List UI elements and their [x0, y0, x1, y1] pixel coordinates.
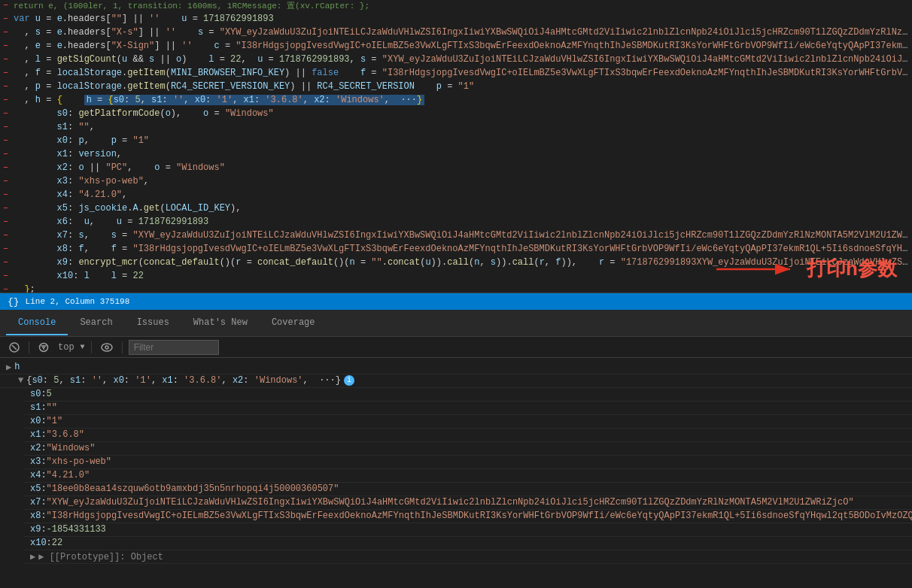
console-prototype-line: ▶ ▶ [[Prototype]]: Object	[24, 550, 912, 564]
console-prop-x5: x5: "18ee0b8eaa14szquw6otb9amxbdj35n5nrh…	[24, 483, 912, 496]
prop-val-x8: "I38rHdgsjopgIvesdVwgIC+oIELmBZ5e3VwXLgF…	[47, 511, 912, 521]
code-line: – , e = e.headers["X-Sign"] || '' c = "I…	[0, 41, 912, 54]
line-minus: –	[3, 81, 14, 92]
prop-key-s1: s1	[30, 402, 41, 413]
prop-val-x3: "xhs-po-web"	[47, 456, 111, 467]
console-prop-x7: x7: "XYW_eyJzaWduU3ZuIjoiNTEiLCJzaWduVHl…	[24, 496, 912, 510]
h-variable: h	[14, 362, 20, 372]
eye-button[interactable]	[98, 341, 116, 353]
expand-arrow-h[interactable]: ▶	[6, 362, 11, 373]
line-minus: –	[3, 27, 14, 38]
filter-input[interactable]	[129, 340, 219, 355]
prop-val-x7: "XYW_eyJzaWduU3ZuIjoiNTEiLCJzaWduVHlwZSI…	[47, 497, 854, 508]
line-minus: –	[3, 41, 14, 51]
context-dropdown-icon[interactable]: ▼	[81, 343, 85, 351]
annotation: 打印h参数	[709, 256, 897, 282]
console-obj-summary-line: ▼ {s0: 5, s1: '', x0: '1', x1: '3.6.8', …	[0, 374, 912, 388]
code-line: – x7: s, s = "XYW_eyJzaWduU3ZuIjoiNTEiLC…	[0, 230, 912, 244]
filter-toggle-button[interactable]	[35, 341, 52, 354]
line-minus: –	[3, 271, 14, 281]
line-col-status: {} Line 2, Column 375198	[8, 296, 129, 308]
code-line: – , l = getSigCount(u && s || o) l = 22,…	[0, 54, 912, 68]
clear-icon	[9, 342, 20, 353]
line-minus: –	[3, 257, 14, 268]
code-line: – };	[0, 284, 912, 293]
console-prop-x2: x2: "Windows"	[24, 442, 912, 456]
line-minus: –	[3, 203, 14, 214]
code-line: – x4: "4.21.0",	[0, 189, 912, 203]
line-minus: –	[3, 230, 14, 241]
line-minus: –	[3, 54, 14, 65]
console-prop-s0: s0: 5	[24, 388, 912, 402]
prop-val-x5: "18ee0b8eaa14szquw6otb9amxbdj35n5nrhopqi…	[47, 483, 339, 494]
tab-console[interactable]: Console	[6, 311, 68, 335]
line-minus: –	[3, 244, 14, 254]
prop-key-x8: x8	[30, 511, 41, 521]
toolbar-separator	[122, 341, 123, 353]
code-line: – x1: version,	[0, 149, 912, 162]
code-line: – s1: "",	[0, 122, 912, 135]
svg-point-8	[102, 344, 112, 351]
expand-arrow-proto[interactable]: ▶	[30, 551, 35, 562]
prop-key-x9: x9	[30, 524, 41, 535]
svg-point-9	[105, 346, 108, 349]
console-prop-x0: x0: "1"	[24, 415, 912, 429]
line-minus: –	[3, 176, 14, 186]
prop-val-s0: 5	[47, 389, 52, 399]
prop-key-x3: x3	[30, 456, 41, 467]
toolbar-separator	[91, 341, 92, 353]
console-prop-x4: x4: "4.21.0"	[24, 469, 912, 483]
line-minus: –	[3, 68, 14, 78]
line-minus: –	[3, 95, 14, 105]
prop-key-x7: x7	[30, 497, 41, 508]
line-minus: –	[3, 217, 14, 227]
prop-val-x2: "Windows"	[47, 443, 96, 453]
status-bar: {} Line 2, Column 375198	[0, 293, 912, 310]
prop-key-x10: x10	[30, 538, 47, 548]
line-minus: –	[3, 108, 14, 119]
prop-val-x4: "4.21.0"	[47, 470, 90, 480]
console-prop-x10: x10: 22	[24, 537, 912, 550]
console-prop-x9: x9: -1854331133	[24, 523, 912, 537]
toolbar-separator	[29, 341, 29, 353]
line-minus: –	[3, 14, 14, 24]
svg-line-3	[12, 345, 17, 350]
code-line: – x6: u, u = 1718762991893	[0, 217, 912, 230]
line-minus: –	[3, 135, 14, 146]
filter-icon	[38, 342, 49, 353]
code-line: – x0: p, p = "1"	[0, 135, 912, 149]
annotation-text: 打印h参数	[807, 256, 897, 282]
console-prop-x8: x8: "I38rHdgsjopgIvesdVwgIC+oIELmBZ5e3Vw…	[24, 510, 912, 523]
context-label: top	[58, 342, 74, 353]
clear-console-button[interactable]	[6, 341, 23, 354]
line-minus: –	[3, 162, 14, 173]
prop-key-s0: s0	[30, 389, 41, 399]
code-area: – return e, (1000ler, 1, transition: 160…	[0, 0, 912, 293]
console-prop-x1: x1: "3.6.8"	[24, 429, 912, 442]
tab-issues[interactable]: Issues	[125, 311, 181, 335]
line-minus: –	[3, 284, 14, 293]
prop-val-s1: ""	[47, 402, 57, 413]
line-minus: –	[3, 0, 14, 11]
prop-val-x9: -1854331133	[47, 524, 106, 535]
code-line: – , p = localStorage.getItem(RC4_SECRET_…	[0, 81, 912, 95]
tab-search[interactable]: Search	[68, 311, 124, 335]
code-line: – return e, (1000ler, 1, transition: 160…	[0, 0, 912, 14]
annotation-arrow	[709, 258, 799, 280]
line-minus: –	[3, 149, 14, 159]
code-line: – , h = { h = {s0: 5, s1: '', x0: '1', x…	[0, 95, 912, 108]
code-line: – var u = e.headers[""] || '' u = 171876…	[0, 14, 912, 27]
obj-summary: {s0: 5, s1: '', x0: '1', x1: '3.6.8', x2…	[26, 375, 341, 386]
line-minus: –	[3, 189, 14, 200]
code-line: – x2: o || "PC", o = "Windows"	[0, 162, 912, 176]
expand-arrow-obj[interactable]: ▼	[18, 375, 23, 386]
prop-key-x0: x0	[30, 416, 41, 426]
line-minus: –	[3, 122, 14, 132]
tab-whats-new[interactable]: What's New	[181, 311, 260, 335]
info-icon[interactable]: i	[344, 375, 354, 386]
tab-coverage[interactable]: Coverage	[260, 311, 327, 335]
prop-key-x1: x1	[30, 429, 41, 440]
devtools-tabs: Console Search Issues What's New Coverag…	[0, 310, 912, 337]
console-output: ▶ h ▼ {s0: 5, s1: '', x0: '1', x1: '3.6.…	[0, 358, 912, 577]
prop-key-x4: x4	[30, 470, 41, 480]
